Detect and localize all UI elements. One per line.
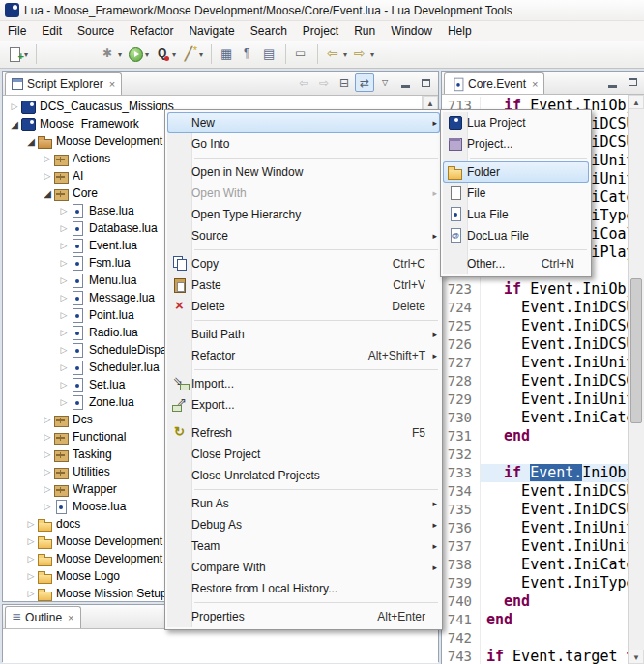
expand-arrow-icon[interactable]: ▷ bbox=[25, 519, 37, 529]
expand-arrow-icon[interactable]: ▷ bbox=[42, 449, 53, 459]
menu-item-delete[interactable]: DeleteDelete bbox=[167, 296, 440, 317]
expand-arrow-icon[interactable]: ▷ bbox=[58, 380, 70, 390]
expand-arrow-icon[interactable]: ▷ bbox=[58, 345, 70, 355]
dropdown-arrow-icon[interactable]: ▾ bbox=[172, 50, 176, 59]
menu-item-open-with[interactable]: Open With▸ bbox=[167, 183, 440, 204]
expand-arrow-icon[interactable]: ▷ bbox=[58, 362, 70, 372]
external-tools-button[interactable]: ▾ bbox=[98, 43, 125, 65]
profile-button[interactable]: ▾ bbox=[152, 43, 179, 65]
code-text[interactable]: if Event.IniObjectCategory == Object.Cat… bbox=[481, 280, 628, 299]
expand-arrow-icon[interactable]: ▷ bbox=[58, 258, 70, 268]
menu-item-team[interactable]: Team▸ bbox=[167, 535, 440, 557]
menu-item-close-unrelated-projects[interactable]: Close Unrelated Projects bbox=[167, 465, 440, 486]
expand-arrow-icon[interactable]: ▷ bbox=[42, 467, 53, 476]
code-text[interactable]: Event.IniDCSGroupName = Event.IniDCSGrou… bbox=[481, 372, 628, 390]
menu-item-restore-from-local-history[interactable]: Restore from Local History... bbox=[167, 578, 440, 599]
menu-item-debug-as[interactable]: Debug As▸ bbox=[167, 514, 440, 535]
forward-button[interactable]: ⇨ bbox=[314, 73, 334, 92]
menu-item-run-as[interactable]: Run As▸ bbox=[167, 493, 440, 514]
menu-item-project[interactable]: Project... bbox=[443, 133, 589, 155]
show-whitespace-button[interactable] bbox=[238, 43, 259, 65]
new-wizard-button[interactable]: ▾ bbox=[4, 43, 31, 65]
menu-item-close-project[interactable]: Close Project bbox=[167, 444, 440, 465]
menu-item-properties[interactable]: PropertiesAlt+Enter bbox=[167, 606, 440, 627]
code-text[interactable]: Event.IniCategory = Event.IniDCSUnit:get… bbox=[481, 409, 628, 427]
code-text[interactable]: Event.IniTypeName = Event.IniDCSUnit:get… bbox=[481, 574, 628, 592]
dropdown-arrow-icon[interactable]: ▾ bbox=[118, 50, 122, 59]
expand-arrow-icon[interactable]: ▷ bbox=[58, 223, 70, 233]
code-text[interactable]: Event.IniUnit = UNIT:FindByName( Event.I… bbox=[481, 390, 628, 409]
menu-project[interactable]: Project bbox=[295, 21, 346, 41]
code-text[interactable]: Event.IniDCSUnitName = Event.IniDCSUnit:… bbox=[481, 501, 628, 519]
close-icon[interactable]: × bbox=[109, 78, 115, 90]
dropdown-arrow-icon[interactable]: ▾ bbox=[145, 50, 149, 59]
expand-arrow-icon[interactable]: ▷ bbox=[42, 432, 53, 442]
expand-arrow-icon[interactable]: ▷ bbox=[25, 554, 37, 563]
view-menu-button[interactable]: ▽ bbox=[375, 73, 395, 92]
menu-item-go-into[interactable]: Go Into bbox=[167, 133, 440, 155]
dropdown-arrow-icon[interactable]: ▾ bbox=[24, 50, 28, 59]
code-text[interactable]: Event.IniUnitName = Event.IniDCSUnitName bbox=[481, 354, 628, 372]
menu-window[interactable]: Window bbox=[383, 21, 440, 41]
close-icon[interactable]: × bbox=[68, 612, 73, 623]
scrollbar-thumb[interactable] bbox=[630, 278, 642, 423]
editor-minimize-button[interactable] bbox=[602, 73, 622, 92]
code-text[interactable]: end bbox=[481, 611, 628, 629]
toggle-grid-view-button[interactable] bbox=[217, 43, 238, 65]
menu-file[interactable]: File bbox=[0, 21, 34, 41]
scroll-up-icon[interactable]: ▲ bbox=[629, 95, 644, 109]
expand-arrow-icon[interactable]: ▷ bbox=[42, 484, 53, 494]
menu-navigate[interactable]: Navigate bbox=[181, 21, 242, 41]
expand-arrow-icon[interactable]: ▷ bbox=[58, 275, 70, 285]
dropdown-arrow-icon[interactable]: ▾ bbox=[370, 50, 374, 59]
menu-help[interactable]: Help bbox=[440, 21, 480, 41]
menu-refactor[interactable]: Refactor bbox=[122, 21, 181, 41]
expand-arrow-icon[interactable]: ▷ bbox=[42, 415, 53, 424]
expand-arrow-icon[interactable]: ▷ bbox=[42, 154, 53, 163]
menu-item-compare-with[interactable]: Compare With▸ bbox=[167, 557, 440, 578]
menu-item-source[interactable]: Source▸ bbox=[167, 225, 440, 246]
close-icon[interactable]: × bbox=[532, 78, 538, 90]
code-text[interactable]: Event.IniCategory = Event.IniDCSUnit:get… bbox=[481, 556, 628, 574]
code-text[interactable]: if Event.IniObjectCategory == Object.Cat… bbox=[481, 464, 628, 482]
dropdown-arrow-icon[interactable]: ▾ bbox=[343, 50, 347, 59]
menu-item-new[interactable]: New▸ bbox=[167, 112, 440, 133]
collapse-arrow-icon[interactable]: ◢ bbox=[42, 188, 53, 199]
collapse-arrow-icon[interactable]: ◢ bbox=[9, 119, 20, 130]
forward-button[interactable]: ▾ bbox=[350, 43, 377, 65]
menu-item-copy[interactable]: CopyCtrl+C bbox=[167, 253, 440, 274]
menu-item-refresh[interactable]: RefreshF5 bbox=[167, 422, 440, 444]
expand-arrow-icon[interactable]: ▷ bbox=[58, 206, 70, 216]
run-last-tool-button[interactable]: ▾ bbox=[179, 43, 206, 65]
editor-scrollbar[interactable]: ▲ ▼ bbox=[628, 95, 644, 664]
menu-source[interactable]: Source bbox=[70, 21, 122, 41]
code-text[interactable]: Event.IniDCSGroup = Event.IniDCSUnit:get… bbox=[481, 317, 628, 335]
expand-arrow-icon[interactable]: ▷ bbox=[58, 310, 70, 320]
tab-script-explorer[interactable]: Script Explorer × bbox=[5, 72, 122, 95]
menu-item-paste[interactable]: PasteCtrl+V bbox=[167, 274, 440, 296]
mark-occurrences-button[interactable] bbox=[291, 43, 312, 65]
expand-arrow-icon[interactable]: ▷ bbox=[9, 101, 20, 111]
expand-arrow-icon[interactable]: ▷ bbox=[42, 171, 53, 181]
code-text[interactable]: Event.IniUnitName = Event.IniDCSUnitName bbox=[481, 519, 628, 537]
expand-arrow-icon[interactable]: ▷ bbox=[58, 293, 70, 303]
back-button[interactable]: ▾ bbox=[323, 43, 350, 65]
run-button[interactable]: ▾ bbox=[125, 43, 152, 65]
menu-item-file[interactable]: File bbox=[443, 183, 589, 204]
code-text[interactable] bbox=[481, 446, 628, 464]
menu-search[interactable]: Search bbox=[243, 21, 295, 41]
maximize-button[interactable] bbox=[416, 73, 435, 92]
expand-arrow-icon[interactable]: ▷ bbox=[25, 571, 37, 581]
expand-arrow-icon[interactable]: ▷ bbox=[58, 328, 70, 337]
tab-core-event[interactable]: Core.Event × bbox=[444, 72, 544, 94]
menu-item-refactor[interactable]: RefactorAlt+Shift+T▸ bbox=[167, 345, 440, 366]
code-text[interactable]: Event.IniDCSUnit = Event.initiator bbox=[481, 482, 628, 501]
menu-item-build-path[interactable]: Build Path▸ bbox=[167, 324, 440, 345]
collapse-arrow-icon[interactable]: ◢ bbox=[25, 136, 37, 147]
code-text[interactable]: end bbox=[481, 427, 628, 446]
tab-outline[interactable]: ≣ Outline × bbox=[5, 606, 81, 628]
toggle-block-view-button[interactable] bbox=[259, 43, 280, 65]
menu-item-open-in-new-window[interactable]: Open in New Window bbox=[167, 161, 440, 183]
expand-arrow-icon[interactable]: ▷ bbox=[58, 397, 70, 407]
code-text[interactable] bbox=[481, 629, 628, 648]
